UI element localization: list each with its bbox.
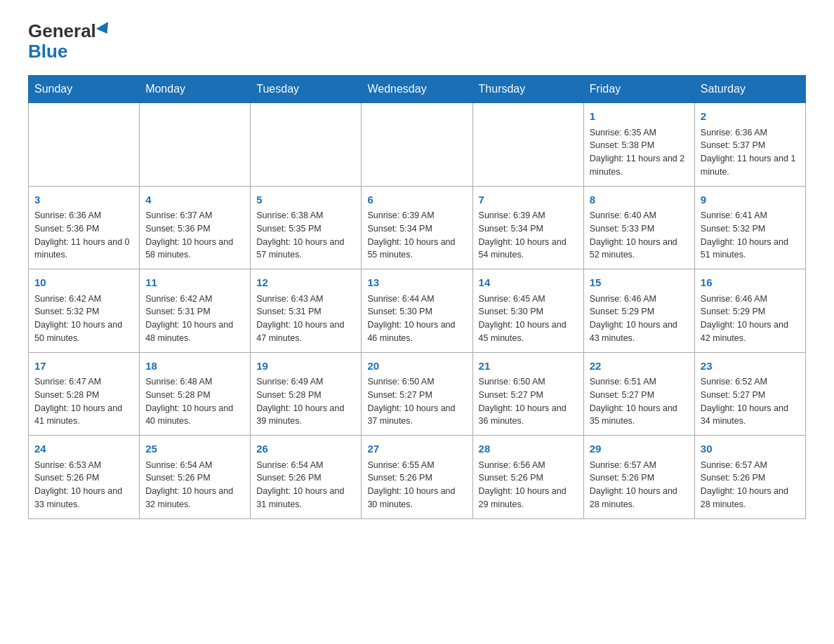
day-info: Sunrise: 6:46 AM Sunset: 5:29 PM Dayligh… xyxy=(590,293,689,345)
calendar-cell: 18Sunrise: 6:48 AM Sunset: 5:28 PM Dayli… xyxy=(140,352,251,436)
calendar-cell: 13Sunrise: 6:44 AM Sunset: 5:30 PM Dayli… xyxy=(362,269,472,353)
day-number: 11 xyxy=(145,275,244,291)
calendar-cell: 6Sunrise: 6:39 AM Sunset: 5:34 PM Daylig… xyxy=(362,186,472,269)
calendar-cell: 19Sunrise: 6:49 AM Sunset: 5:28 PM Dayli… xyxy=(251,352,362,436)
day-info: Sunrise: 6:49 AM Sunset: 5:28 PM Dayligh… xyxy=(256,375,355,428)
day-number: 26 xyxy=(256,441,355,457)
calendar-table: SundayMondayTuesdayWednesdayThursdayFrid… xyxy=(28,75,806,519)
calendar-cell xyxy=(251,103,362,187)
calendar-cell: 8Sunrise: 6:40 AM Sunset: 5:33 PM Daylig… xyxy=(583,186,694,269)
day-info: Sunrise: 6:40 AM Sunset: 5:33 PM Dayligh… xyxy=(590,209,689,262)
day-number: 29 xyxy=(590,441,689,457)
calendar-cell xyxy=(140,103,251,187)
day-number: 20 xyxy=(367,358,466,375)
day-number: 1 xyxy=(590,109,689,125)
day-number: 6 xyxy=(367,192,466,208)
weekday-header-wednesday: Wednesday xyxy=(362,76,472,103)
day-info: Sunrise: 6:54 AM Sunset: 5:26 PM Dayligh… xyxy=(145,459,244,511)
day-info: Sunrise: 6:56 AM Sunset: 5:26 PM Dayligh… xyxy=(479,459,578,511)
logo: GeneralBlue xyxy=(28,21,112,61)
day-info: Sunrise: 6:51 AM Sunset: 5:27 PM Dayligh… xyxy=(590,375,689,428)
calendar-cell: 1Sunrise: 6:35 AM Sunset: 5:38 PM Daylig… xyxy=(583,103,694,187)
day-info: Sunrise: 6:43 AM Sunset: 5:31 PM Dayligh… xyxy=(256,293,355,345)
calendar-cell: 10Sunrise: 6:42 AM Sunset: 5:32 PM Dayli… xyxy=(29,269,140,353)
day-info: Sunrise: 6:39 AM Sunset: 5:34 PM Dayligh… xyxy=(479,209,578,262)
weekday-header-friday: Friday xyxy=(583,76,694,103)
calendar-cell: 15Sunrise: 6:46 AM Sunset: 5:29 PM Dayli… xyxy=(583,269,694,353)
week-row-5: 24Sunrise: 6:53 AM Sunset: 5:26 PM Dayli… xyxy=(29,436,806,519)
calendar-cell: 28Sunrise: 6:56 AM Sunset: 5:26 PM Dayli… xyxy=(472,436,583,519)
day-info: Sunrise: 6:52 AM Sunset: 5:27 PM Dayligh… xyxy=(701,375,800,428)
day-info: Sunrise: 6:45 AM Sunset: 5:30 PM Dayligh… xyxy=(479,293,578,345)
calendar-cell: 14Sunrise: 6:45 AM Sunset: 5:30 PM Dayli… xyxy=(472,269,583,353)
weekday-header-tuesday: Tuesday xyxy=(251,76,362,103)
week-row-3: 10Sunrise: 6:42 AM Sunset: 5:32 PM Dayli… xyxy=(29,269,806,353)
calendar-cell: 23Sunrise: 6:52 AM Sunset: 5:27 PM Dayli… xyxy=(694,352,805,436)
day-number: 10 xyxy=(34,275,133,291)
week-row-1: 1Sunrise: 6:35 AM Sunset: 5:38 PM Daylig… xyxy=(29,103,806,187)
calendar-cell: 17Sunrise: 6:47 AM Sunset: 5:28 PM Dayli… xyxy=(29,352,140,436)
day-number: 18 xyxy=(145,358,244,375)
calendar-cell: 2Sunrise: 6:36 AM Sunset: 5:37 PM Daylig… xyxy=(694,103,805,187)
calendar-cell: 9Sunrise: 6:41 AM Sunset: 5:32 PM Daylig… xyxy=(694,186,805,269)
day-info: Sunrise: 6:50 AM Sunset: 5:27 PM Dayligh… xyxy=(479,375,578,428)
day-number: 9 xyxy=(701,192,800,208)
weekday-header-row: SundayMondayTuesdayWednesdayThursdayFrid… xyxy=(29,76,806,103)
day-info: Sunrise: 6:42 AM Sunset: 5:31 PM Dayligh… xyxy=(145,293,244,345)
day-number: 8 xyxy=(590,192,689,208)
calendar-cell: 7Sunrise: 6:39 AM Sunset: 5:34 PM Daylig… xyxy=(472,186,583,269)
day-info: Sunrise: 6:54 AM Sunset: 5:26 PM Dayligh… xyxy=(256,459,355,511)
day-info: Sunrise: 6:53 AM Sunset: 5:26 PM Dayligh… xyxy=(34,459,133,511)
day-number: 3 xyxy=(34,192,133,208)
day-number: 30 xyxy=(701,441,800,457)
day-info: Sunrise: 6:57 AM Sunset: 5:26 PM Dayligh… xyxy=(590,459,689,511)
calendar-cell: 16Sunrise: 6:46 AM Sunset: 5:29 PM Dayli… xyxy=(694,269,805,353)
day-info: Sunrise: 6:47 AM Sunset: 5:28 PM Dayligh… xyxy=(34,375,133,428)
day-info: Sunrise: 6:35 AM Sunset: 5:38 PM Dayligh… xyxy=(590,126,689,179)
day-info: Sunrise: 6:46 AM Sunset: 5:29 PM Dayligh… xyxy=(701,293,800,345)
day-number: 22 xyxy=(590,358,689,375)
day-number: 4 xyxy=(145,192,244,208)
day-info: Sunrise: 6:37 AM Sunset: 5:36 PM Dayligh… xyxy=(145,209,244,262)
day-number: 27 xyxy=(367,441,466,457)
page-header: GeneralBlue xyxy=(28,21,806,61)
day-number: 15 xyxy=(590,275,689,291)
day-info: Sunrise: 6:38 AM Sunset: 5:35 PM Dayligh… xyxy=(256,209,355,262)
day-info: Sunrise: 6:48 AM Sunset: 5:28 PM Dayligh… xyxy=(145,375,244,428)
day-number: 21 xyxy=(479,358,578,375)
calendar-cell: 22Sunrise: 6:51 AM Sunset: 5:27 PM Dayli… xyxy=(583,352,694,436)
weekday-header-sunday: Sunday xyxy=(29,76,140,103)
calendar-cell: 25Sunrise: 6:54 AM Sunset: 5:26 PM Dayli… xyxy=(140,436,251,519)
day-number: 2 xyxy=(701,109,800,125)
calendar-cell: 11Sunrise: 6:42 AM Sunset: 5:31 PM Dayli… xyxy=(140,269,251,353)
day-number: 12 xyxy=(256,275,355,291)
calendar-cell xyxy=(362,103,472,187)
week-row-2: 3Sunrise: 6:36 AM Sunset: 5:36 PM Daylig… xyxy=(29,186,806,269)
weekday-header-saturday: Saturday xyxy=(694,76,805,103)
calendar-cell xyxy=(472,103,583,187)
day-info: Sunrise: 6:55 AM Sunset: 5:26 PM Dayligh… xyxy=(367,459,466,511)
calendar-cell: 27Sunrise: 6:55 AM Sunset: 5:26 PM Dayli… xyxy=(362,436,472,519)
calendar-cell: 12Sunrise: 6:43 AM Sunset: 5:31 PM Dayli… xyxy=(251,269,362,353)
day-info: Sunrise: 6:57 AM Sunset: 5:26 PM Dayligh… xyxy=(701,459,800,511)
day-number: 23 xyxy=(701,358,800,375)
day-info: Sunrise: 6:41 AM Sunset: 5:32 PM Dayligh… xyxy=(701,209,800,262)
calendar-cell xyxy=(29,103,140,187)
day-number: 24 xyxy=(34,441,133,457)
weekday-header-monday: Monday xyxy=(140,76,251,103)
calendar-cell: 29Sunrise: 6:57 AM Sunset: 5:26 PM Dayli… xyxy=(583,436,694,519)
day-info: Sunrise: 6:50 AM Sunset: 5:27 PM Dayligh… xyxy=(367,375,466,428)
day-number: 19 xyxy=(256,358,355,375)
calendar-cell: 20Sunrise: 6:50 AM Sunset: 5:27 PM Dayli… xyxy=(362,352,472,436)
calendar-cell: 24Sunrise: 6:53 AM Sunset: 5:26 PM Dayli… xyxy=(29,436,140,519)
weekday-header-thursday: Thursday xyxy=(472,76,583,103)
day-info: Sunrise: 6:36 AM Sunset: 5:36 PM Dayligh… xyxy=(34,209,133,262)
day-number: 25 xyxy=(145,441,244,457)
logo-text: GeneralBlue xyxy=(28,21,112,61)
calendar-cell: 4Sunrise: 6:37 AM Sunset: 5:36 PM Daylig… xyxy=(140,186,251,269)
day-number: 14 xyxy=(479,275,578,291)
day-info: Sunrise: 6:39 AM Sunset: 5:34 PM Dayligh… xyxy=(367,209,466,262)
calendar-cell: 30Sunrise: 6:57 AM Sunset: 5:26 PM Dayli… xyxy=(694,436,805,519)
day-info: Sunrise: 6:36 AM Sunset: 5:37 PM Dayligh… xyxy=(701,126,800,179)
calendar-cell: 5Sunrise: 6:38 AM Sunset: 5:35 PM Daylig… xyxy=(251,186,362,269)
